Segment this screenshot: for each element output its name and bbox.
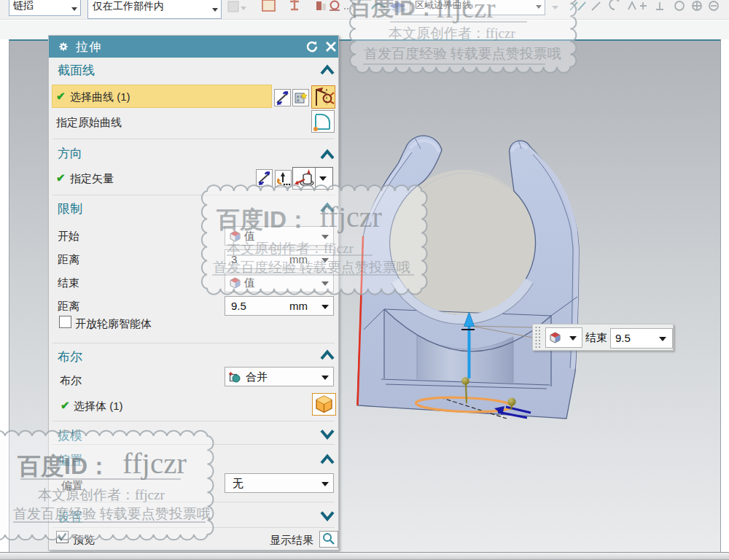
svg-text:百度ID：: 百度ID：	[349, 0, 437, 20]
svg-text:本文原创作者：ffjczr: 本文原创作者：ffjczr	[389, 26, 515, 41]
svg-text:百度ID：: 百度ID：	[216, 206, 310, 233]
svg-text:本文原创作者：ffjczr: 本文原创作者：ffjczr	[227, 241, 354, 256]
svg-text:本文原创作者：ffjczr: 本文原创作者：ffjczr	[38, 487, 165, 502]
svg-text:首发百度经验 转载要点赞投票哦: 首发百度经验 转载要点赞投票哦	[364, 46, 561, 61]
svg-text:ffjczr: ffjczr	[122, 446, 187, 480]
svg-text:ffjczr: ffjczr	[436, 0, 496, 23]
svg-text:首发百度经验 转载要点赞投票哦: 首发百度经验 转载要点赞投票哦	[13, 506, 211, 521]
svg-text:百度ID：: 百度ID：	[17, 453, 111, 479]
svg-text:ffjczr: ffjczr	[319, 201, 382, 233]
svg-text:首发百度经验 转载要点赞投票哦: 首发百度经验 转载要点赞投票哦	[213, 260, 410, 275]
